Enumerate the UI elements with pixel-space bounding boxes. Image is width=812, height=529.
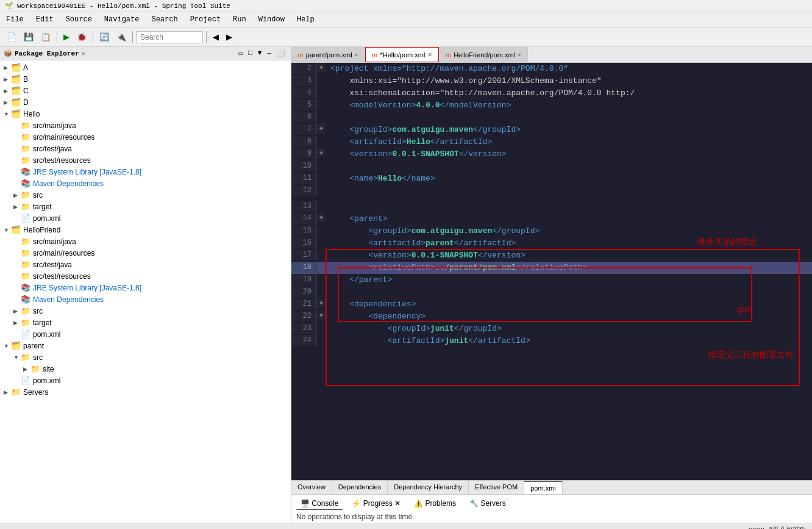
tab-parent-pom[interactable]: mparent/pom.xml✕ (291, 47, 365, 62)
menu-item-edit[interactable]: Edit (30, 13, 60, 26)
tree-item-Hello-src-main-res[interactable]: 📁src/main/resources (0, 131, 291, 143)
save-button[interactable]: 💾 (21, 31, 37, 43)
tree-item-C[interactable]: ▶🗂️C (0, 85, 291, 96)
tree-label: target (33, 203, 52, 211)
restore-btn[interactable]: ⬜ (275, 49, 287, 58)
minimize-btn[interactable]: ▭ (237, 49, 245, 58)
console-tab-servers[interactable]: 🔧 Servers (465, 497, 510, 510)
tree-label: src/main/resources (33, 133, 94, 142)
tree-item-Hello-src-main-java[interactable]: 📁src/main/java (0, 120, 291, 131)
bottom-tab-overview[interactable]: Overview (291, 481, 332, 494)
explorer-tree[interactable]: ▶🗂️A▶🗂️B▶🗂️C▶🗂️D▼🗂️Hello📁src/main/java📁s… (0, 60, 291, 524)
tree-item-HF-src-test-res[interactable]: 📁src/test/resources (0, 270, 291, 282)
run-button[interactable]: ▶ (60, 31, 73, 43)
tree-item-parent-src[interactable]: ▼📁src (0, 351, 291, 363)
tree-label: src/main/java (33, 237, 76, 246)
tree-label: src/test/resources (33, 156, 91, 165)
tree-item-Hello[interactable]: ▼🗂️Hello (0, 108, 291, 120)
explorer-title: 📦 Package Explorer ✕ (4, 49, 85, 57)
status-text: CSDN @平凡加班狗 (748, 525, 806, 529)
tree-item-HF-target[interactable]: ▶📁target (0, 317, 291, 328)
tab-close[interactable]: ✕ (355, 51, 358, 59)
tree-item-HelloFriend[interactable]: ▼🗂️HelloFriend (0, 224, 291, 236)
code-line-6: 6 (291, 112, 812, 124)
tab-close[interactable]: ✕ (427, 51, 432, 58)
expand-arrow: ▶ (13, 308, 20, 314)
line-content: <artifactId>parent</artifactId> (326, 237, 812, 250)
tree-item-parent-site[interactable]: ▶📁site (0, 363, 291, 375)
copy-button[interactable]: 📋 (38, 31, 54, 43)
code-line-4: 4 xsi:schemaLocation="http://maven.apach… (291, 87, 812, 99)
tree-item-HF-src-main-java[interactable]: 📁src/main/java (0, 236, 291, 247)
line-content (326, 112, 812, 124)
tab-hello-pom[interactable]: m*Hello/pom.xml✕ (365, 47, 440, 62)
menu-btn[interactable]: ▼ (256, 49, 264, 58)
tree-icon: 📚 (21, 167, 30, 176)
menu-item-run[interactable]: Run (227, 13, 252, 26)
tree-item-parent[interactable]: ▼🗂️parent (0, 340, 291, 351)
tree-item-Servers[interactable]: ▶📁Servers (0, 386, 291, 398)
code-line-16: 16 <artifactId>parent</artifactId> (291, 237, 812, 250)
forward-button[interactable]: ▶ (223, 31, 235, 43)
tree-item-Hello-jre[interactable]: 📚JRE System Library [JavaSE-1.8] (0, 166, 291, 178)
tree-icon: 📚 (21, 295, 30, 304)
debug-button[interactable]: 🐞 (74, 31, 90, 43)
bottom-tab-effective-pom[interactable]: Effective POM (469, 481, 524, 494)
tab-close[interactable]: ✕ (518, 51, 521, 59)
console-tab-console[interactable]: 🖥️ Console (296, 497, 343, 510)
editor-wrapper: 2◈<project xmlns="http://maven.apache.or… (291, 63, 812, 480)
close-explorer-btn[interactable]: — (265, 49, 273, 58)
refresh-button[interactable]: 🔄 (96, 31, 112, 43)
maximize-btn[interactable]: □ (246, 49, 254, 58)
new-button[interactable]: 📄 (4, 31, 20, 43)
tree-item-Hello-src-test-res[interactable]: 📁src/test/resources (0, 154, 291, 166)
tree-icon: 📁 (30, 364, 40, 373)
bottom-tab-pom.xml[interactable]: pom.xml (524, 481, 563, 494)
bottom-tab-dependency-hierarchy[interactable]: Dependency Hierarchy (388, 481, 469, 494)
tree-label: src/test/java (33, 145, 72, 153)
line-content (326, 160, 812, 173)
tree-item-HF-jre[interactable]: 📚JRE System Library [JavaSE-1.8] (0, 282, 291, 293)
tree-item-HF-pom[interactable]: 📄pom.xml (0, 328, 291, 340)
tree-item-HF-src-test-java[interactable]: 📁src/test/java (0, 259, 291, 270)
tree-item-A[interactable]: ▶🗂️A (0, 62, 291, 73)
tree-icon: 📁 (21, 202, 30, 211)
tree-item-parent-pom[interactable]: 📄pom.xml (0, 375, 291, 386)
tree-item-HF-maven[interactable]: 📚Maven Dependencies (0, 293, 291, 305)
tree-item-Hello-pom[interactable]: 📄pom.xml (0, 212, 291, 224)
tree-item-Hello-maven[interactable]: 📚Maven Dependencies (0, 178, 291, 189)
tree-icon: 📁 (21, 260, 30, 269)
code-editor[interactable]: 2◈<project xmlns="http://maven.apache.or… (291, 63, 812, 480)
line-content: <version>0.0.1-SNAPSHOT</version> (326, 250, 812, 262)
tab-hellofriend-pom[interactable]: mHelloFriend/pom.xml✕ (439, 47, 528, 62)
tree-icon: 📁 (21, 272, 30, 281)
tree-item-Hello-src[interactable]: ▶📁src (0, 189, 291, 201)
tree-item-Hello-target[interactable]: ▶📁target (0, 201, 291, 212)
console-tab-progress[interactable]: ⚡ Progress ✕ (347, 497, 405, 510)
menu-item-search[interactable]: Search (145, 13, 183, 26)
menu-item-help[interactable]: Help (291, 13, 321, 26)
sep1 (57, 31, 57, 43)
line-content: </parent> (326, 274, 812, 286)
menu-item-project[interactable]: Project (184, 13, 227, 26)
back-button[interactable]: ◀ (210, 31, 222, 43)
expand-arrow: ▼ (4, 343, 10, 349)
menu-item-window[interactable]: Window (252, 13, 291, 26)
line-content (326, 286, 812, 298)
console-tab-problems[interactable]: ⚠️ Problems (410, 497, 460, 510)
tree-item-Hello-src-test-java[interactable]: 📁src/test/java (0, 143, 291, 154)
bottom-tab-dependencies[interactable]: Dependencies (332, 481, 388, 494)
menu-item-file[interactable]: File (0, 13, 30, 26)
tree-item-HF-src-main-res[interactable]: 📁src/main/resources (0, 247, 291, 259)
tree-item-HF-src[interactable]: ▶📁src (0, 305, 291, 317)
connect-button[interactable]: 🔌 (113, 31, 129, 43)
menu-item-navigate[interactable]: Navigate (98, 13, 146, 26)
expand-arrow: ▶ (4, 389, 10, 395)
menu-item-source[interactable]: Source (60, 13, 98, 26)
tree-item-D[interactable]: ▶🗂️D (0, 96, 291, 108)
tree-item-B[interactable]: ▶🗂️B (0, 73, 291, 85)
line-content (326, 185, 812, 197)
search-input[interactable] (136, 31, 203, 43)
line-number: 20 (291, 286, 317, 297)
tree-icon: 📁 (21, 132, 30, 142)
